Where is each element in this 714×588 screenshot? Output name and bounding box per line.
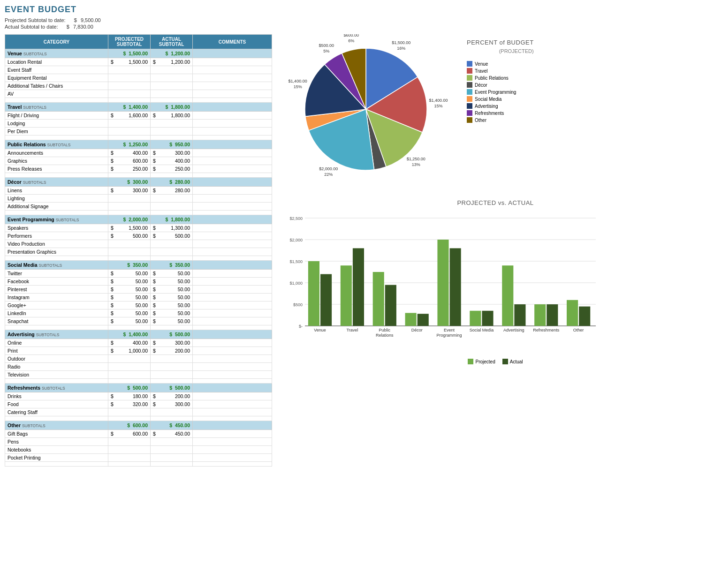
- comments: [193, 421, 272, 430]
- proj-val: [108, 438, 151, 446]
- comment: [193, 232, 272, 240]
- spacer-row: [5, 173, 272, 178]
- comment: [193, 355, 272, 363]
- item-name: Pinterest: [5, 286, 108, 294]
- bar-legend-actual: Actual: [502, 359, 523, 364]
- spacer-row: [5, 136, 272, 140]
- comment: [193, 408, 272, 416]
- actual-bar: [579, 307, 590, 326]
- pie-subtitle: (PROJECTED): [467, 48, 534, 54]
- item-name: Online: [5, 339, 108, 347]
- table-row: Instagram$50.00$50.00: [5, 294, 272, 302]
- projected-bar: [502, 265, 513, 326]
- charts-panel: $1,500.0016%$1,400.0015%$1,250.0013%$2,0…: [281, 34, 709, 467]
- pie-label: $1,400.00: [289, 79, 307, 83]
- table-row: Performers$500.00$500.00: [5, 232, 272, 240]
- item-name: Outdoor: [5, 355, 108, 363]
- table-row: Catering Staff: [5, 408, 272, 416]
- legend-item: Refreshments: [467, 110, 534, 116]
- table-row: Pens: [5, 438, 272, 446]
- y-label: $-: [299, 324, 303, 329]
- comment: [193, 454, 272, 462]
- comment: [193, 157, 272, 165]
- act-val: [151, 82, 193, 90]
- y-label: $2,000: [289, 238, 303, 242]
- act-val: $250.00: [151, 165, 193, 173]
- proj-subtotal: $ 2,000.00: [108, 215, 151, 224]
- comment: [193, 339, 272, 347]
- comment: [193, 286, 272, 294]
- proj-val: $1,500.00: [108, 224, 151, 232]
- table-row: Announcements$400.00$300.00: [5, 149, 272, 157]
- comment: [193, 278, 272, 286]
- act-subtotal: $ 950.00: [151, 140, 193, 149]
- table-row: AV: [5, 90, 272, 98]
- subtotal-row: Travel SUBTOTALS$ 1,400.00$ 1,800.00: [5, 103, 272, 112]
- proj-val: [108, 408, 151, 416]
- projected-bar: [470, 311, 481, 326]
- subtotal-row: Public Relations SUBTOTALS$ 1,250.00$ 95…: [5, 140, 272, 149]
- section-name: Other SUBTOTALS: [5, 421, 108, 430]
- act-val: $50.00: [151, 278, 193, 286]
- proj-subtotal: $ 1,400.00: [108, 330, 151, 339]
- projected-bar: [341, 265, 352, 326]
- comment: [193, 446, 272, 454]
- bar-category-label: Advertising: [503, 328, 524, 332]
- table-row: Video Production: [5, 240, 272, 248]
- comment: [193, 66, 272, 74]
- table-row: Location Rental$1,500.00$1,200.00: [5, 58, 272, 66]
- proj-val: $50.00: [108, 294, 151, 302]
- item-name: Announcements: [5, 149, 108, 157]
- legend-item: Décor: [467, 82, 534, 88]
- table-row: Flight / Driving$1,600.00$1,800.00: [5, 112, 272, 120]
- actual-bar: [514, 304, 525, 326]
- act-val: $450.00: [151, 430, 193, 438]
- act-subtotal: $ 500.00: [151, 384, 193, 392]
- act-val: $1,300.00: [151, 224, 193, 232]
- comments: [193, 49, 272, 58]
- legend-item: Other: [467, 117, 534, 123]
- table-row: Pocket Printing: [5, 454, 272, 462]
- table-row: Gift Bags$600.00$450.00: [5, 430, 272, 438]
- proj-val: [108, 120, 151, 128]
- bar-category-label: Other: [573, 328, 584, 332]
- proj-val: [108, 355, 151, 363]
- table-row: Equipment Rental: [5, 74, 272, 82]
- projected-bar: [534, 304, 546, 326]
- section-name: Event Programming SUBTOTALS: [5, 215, 108, 224]
- proj-subtotal: $ 1,400.00: [108, 103, 151, 112]
- col-projected: PROJECTEDSUBTOTAL: [108, 35, 151, 49]
- act-val: $300.00: [151, 149, 193, 157]
- comment: [193, 392, 272, 400]
- spacer-row: [5, 379, 272, 384]
- proj-val: [108, 66, 151, 74]
- legend-label: Advertising: [475, 104, 498, 109]
- comment: [193, 82, 272, 90]
- item-name: Notebooks: [5, 446, 108, 454]
- actual-bar: [320, 274, 332, 326]
- act-val: [151, 195, 193, 203]
- proj-val: $180.00: [108, 392, 151, 400]
- comment: [193, 224, 272, 232]
- table-row: Lighting: [5, 195, 272, 203]
- bar-legend: Projected Actual: [281, 359, 709, 364]
- act-val: [151, 66, 193, 74]
- act-val: $300.00: [151, 400, 193, 408]
- item-name: Google+: [5, 302, 108, 309]
- item-name: Print: [5, 347, 108, 355]
- legend-item: Venue: [467, 61, 534, 67]
- act-val: $50.00: [151, 317, 193, 325]
- section-name: Refreshments SUBTOTALS: [5, 384, 108, 392]
- item-name: Performers: [5, 232, 108, 240]
- pie-label: $1,400.00: [429, 98, 448, 103]
- proj-val: $50.00: [108, 278, 151, 286]
- proj-subtotal: $ 1,500.00: [108, 49, 151, 58]
- item-name: LinkedIn: [5, 309, 108, 317]
- table-row: Lodging: [5, 120, 272, 128]
- proj-subtotal: $ 500.00: [108, 384, 151, 392]
- table-row: Twitter$50.00$50.00: [5, 270, 272, 278]
- legend-label: Event Programming: [475, 90, 516, 95]
- pie-chart-section: $1,500.0016%$1,400.0015%$1,250.0013%$2,0…: [281, 34, 709, 185]
- table-row: Pinterest$50.00$50.00: [5, 286, 272, 294]
- bar-chart-section: PROJECTED vs. ACTUAL $-$500$1,000$1,500$…: [281, 199, 709, 364]
